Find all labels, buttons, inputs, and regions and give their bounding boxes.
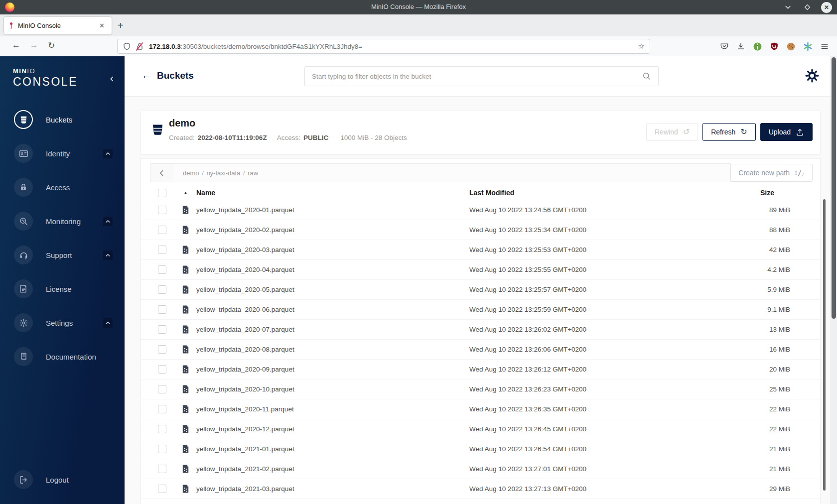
table-row[interactable]: yellow_tripdata_2020-02.parquetWed Aug 1… — [141, 220, 820, 240]
row-checkbox[interactable] — [158, 385, 166, 393]
column-last-modified[interactable]: Last Modified — [469, 189, 755, 197]
object-name[interactable]: yellow_tripdata_2020-11.parquet — [196, 405, 294, 413]
page-scrollbar-thumb[interactable] — [832, 57, 836, 319]
object-name[interactable]: yellow_tripdata_2020-06.parquet — [196, 306, 294, 313]
object-size: 25 MiB — [755, 385, 820, 393]
table-row[interactable]: yellow_tripdata_2020-11.parquetWed Aug 1… — [141, 399, 820, 419]
back-to-buckets-link[interactable]: ←Buckets — [141, 70, 194, 81]
column-size[interactable]: Size — [755, 189, 820, 197]
sidebar-item-documentation[interactable]: Documentation — [0, 340, 125, 374]
sidebar-item-support[interactable]: Support — [0, 238, 125, 272]
table-row[interactable]: yellow_tripdata_2021-01.parquetWed Aug 1… — [141, 439, 820, 459]
object-name[interactable]: yellow_tripdata_2020-07.parquet — [196, 326, 294, 333]
row-checkbox[interactable] — [158, 285, 166, 294]
collapse-sidebar-icon[interactable] — [109, 75, 115, 84]
privacy-badger-icon[interactable] — [753, 42, 762, 51]
pocket-icon[interactable] — [720, 42, 729, 51]
row-checkbox[interactable] — [158, 246, 166, 254]
sidebar-item-buckets[interactable]: Buckets — [0, 103, 125, 136]
row-checkbox[interactable] — [158, 305, 166, 314]
url-bar[interactable]: 172.18.0.3:30503/buckets/demo/browse/bnk… — [117, 39, 650, 54]
sidebar: MINIO CONSOLE BucketsIdentityAccessMonit… — [0, 56, 125, 504]
table-row[interactable]: yellow_tripdata_2020-04.parquetWed Aug 1… — [141, 260, 820, 280]
row-checkbox[interactable] — [158, 206, 166, 214]
sidebar-item-identity[interactable]: Identity — [0, 136, 125, 170]
forward-icon[interactable]: → — [30, 40, 38, 50]
object-name[interactable]: yellow_tripdata_2021-02.parquet — [196, 465, 294, 473]
reload-icon[interactable]: ↻ — [48, 40, 55, 51]
gear-icon[interactable] — [805, 69, 819, 85]
sidebar-item-settings[interactable]: Settings — [0, 306, 125, 340]
object-name[interactable]: yellow_tripdata_2020-12.parquet — [196, 425, 294, 433]
row-checkbox[interactable] — [158, 405, 166, 413]
object-name[interactable]: yellow_tripdata_2020-01.parquet — [196, 206, 294, 214]
sidebar-item-license[interactable]: License — [0, 272, 125, 306]
row-checkbox[interactable] — [158, 265, 166, 274]
breadcrumb-segment[interactable]: ny-taxi-data — [206, 169, 240, 177]
object-name[interactable]: yellow_tripdata_2020-03.parquet — [196, 246, 294, 253]
row-checkbox[interactable] — [158, 485, 166, 493]
chevron-up-icon[interactable] — [103, 251, 113, 260]
object-name[interactable]: yellow_tripdata_2020-02.parquet — [196, 226, 294, 234]
row-checkbox[interactable] — [158, 365, 166, 374]
chevron-up-icon[interactable] — [103, 318, 113, 328]
table-row[interactable]: yellow_tripdata_2020-06.parquetWed Aug 1… — [141, 300, 820, 320]
table-row[interactable]: yellow_tripdata_2021-02.parquetWed Aug 1… — [141, 459, 820, 479]
column-name[interactable]: ▲Name — [181, 189, 469, 197]
row-checkbox[interactable] — [158, 226, 166, 234]
refresh-button[interactable]: Refresh↻ — [702, 123, 755, 141]
row-checkbox[interactable] — [158, 445, 166, 453]
sidebar-item-logout[interactable]: Logout — [0, 463, 125, 497]
table-row[interactable]: yellow_tripdata_2020-09.parquetWed Aug 1… — [141, 360, 820, 379]
container-icon[interactable] — [803, 42, 813, 51]
sidebar-item-monitoring[interactable]: Monitoring — [0, 204, 125, 238]
tab-minio-console[interactable]: MinIO Console ✕ — [4, 17, 112, 34]
chevron-up-icon[interactable] — [103, 217, 113, 226]
object-name[interactable]: yellow_tripdata_2020-04.parquet — [196, 266, 294, 273]
minimize-icon[interactable] — [782, 2, 793, 13]
row-checkbox[interactable] — [158, 325, 166, 334]
ublock-icon[interactable] — [770, 42, 779, 51]
table-row[interactable]: yellow_tripdata_2020-03.parquetWed Aug 1… — [141, 240, 820, 260]
row-checkbox[interactable] — [158, 345, 166, 354]
page-scrollbar[interactable] — [831, 56, 837, 504]
create-new-path-button[interactable]: Create new path — [730, 164, 813, 182]
breadcrumb-segment[interactable]: raw — [248, 169, 258, 177]
shield-icon[interactable] — [123, 42, 131, 51]
path-back-icon[interactable] — [150, 164, 173, 182]
upload-button[interactable]: Upload — [760, 123, 813, 141]
breadcrumb-segment[interactable]: demo — [183, 169, 199, 177]
chevron-up-icon[interactable] — [103, 149, 113, 158]
bookmark-star-icon[interactable]: ☆ — [638, 42, 645, 51]
object-name[interactable]: yellow_tripdata_2021-03.parquet — [196, 485, 294, 493]
object-name[interactable]: yellow_tripdata_2020-09.parquet — [196, 366, 294, 373]
download-icon[interactable] — [736, 42, 745, 51]
close-tab-icon[interactable]: ✕ — [97, 21, 107, 30]
object-name[interactable]: yellow_tripdata_2021-01.parquet — [196, 445, 294, 453]
search-input[interactable] — [312, 73, 642, 80]
object-last-modified: Wed Aug 10 2022 13:27:13 GMT+0200 — [469, 485, 755, 493]
table-row[interactable]: yellow_tripdata_2020-08.parquetWed Aug 1… — [141, 340, 820, 360]
object-name[interactable]: yellow_tripdata_2020-08.parquet — [196, 346, 294, 353]
select-all-checkbox[interactable] — [158, 189, 166, 197]
table-scrollbar[interactable] — [823, 199, 826, 491]
table-row[interactable]: yellow_tripdata_2020-12.parquetWed Aug 1… — [141, 419, 820, 439]
table-row[interactable]: yellow_tripdata_2020-10.parquetWed Aug 1… — [141, 379, 820, 399]
row-checkbox[interactable] — [158, 425, 166, 433]
maximize-icon[interactable] — [802, 2, 813, 13]
sidebar-item-access[interactable]: Access — [0, 170, 125, 204]
cookie-icon[interactable] — [786, 42, 796, 51]
table-row[interactable]: yellow_tripdata_2021-03.parquetWed Aug 1… — [141, 479, 820, 499]
close-icon[interactable]: ✕ — [821, 2, 832, 13]
row-checkbox[interactable] — [158, 465, 166, 473]
back-icon[interactable]: ← — [12, 40, 20, 50]
menu-icon[interactable] — [820, 42, 829, 51]
object-last-modified: Wed Aug 10 2022 13:27:01 GMT+0200 — [469, 465, 755, 473]
table-row[interactable]: yellow_tripdata_2020-07.parquetWed Aug 1… — [141, 320, 820, 340]
insecure-lock-icon[interactable] — [136, 42, 144, 51]
new-tab-icon[interactable]: + — [118, 20, 124, 31]
object-name[interactable]: yellow_tripdata_2020-05.parquet — [196, 286, 294, 293]
table-row[interactable]: yellow_tripdata_2020-05.parquetWed Aug 1… — [141, 280, 820, 300]
table-row[interactable]: yellow_tripdata_2020-01.parquetWed Aug 1… — [141, 200, 820, 220]
object-name[interactable]: yellow_tripdata_2020-10.parquet — [196, 385, 294, 393]
